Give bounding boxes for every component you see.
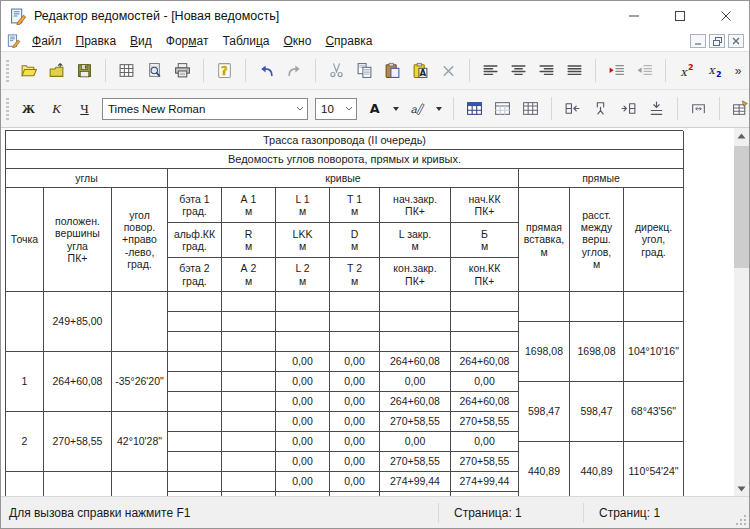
folder-arrow-icon[interactable] — [43, 58, 70, 84]
chevron-down-icon[interactable] — [341, 106, 356, 111]
curve-value-cell[interactable]: 0,00 — [380, 432, 451, 452]
curve-value-cell[interactable] — [276, 292, 330, 312]
vertex-cell[interactable]: 249+85,00 — [44, 292, 112, 352]
mdi-close-icon[interactable] — [728, 34, 744, 48]
curve-value-cell[interactable] — [168, 432, 222, 452]
curve-value-cell[interactable] — [222, 392, 276, 412]
menu-item-4[interactable]: Формат — [159, 33, 216, 49]
copy-icon[interactable] — [351, 58, 378, 84]
menu-item-7[interactable]: Справка — [318, 33, 379, 49]
curve-value-cell[interactable] — [168, 332, 222, 352]
vertical-scrollbar[interactable] — [734, 128, 749, 496]
scrollbar-track[interactable] — [734, 143, 749, 481]
add-table-row-icon[interactable] — [727, 96, 750, 122]
curve-value-cell[interactable]: 270+58,55 — [380, 412, 451, 432]
column-header-cell[interactable]: T 2 м — [330, 258, 380, 292]
column-header-cell[interactable]: L 1 м — [276, 188, 330, 223]
menu-item-6[interactable]: Окно — [277, 33, 319, 49]
curve-value-cell[interactable] — [276, 312, 330, 332]
turn-angle-cell[interactable] — [112, 292, 168, 352]
align-left-icon[interactable] — [477, 58, 504, 84]
column-header-cell[interactable]: L закр. м — [380, 223, 451, 258]
menu-item-1[interactable]: Файл — [25, 33, 69, 49]
table-grid-icon[interactable] — [113, 58, 140, 84]
turn-angle-cell[interactable] — [112, 472, 168, 496]
straight-value-cell[interactable] — [624, 292, 684, 322]
mdi-minimize-icon[interactable] — [690, 34, 706, 48]
insert-table-icon[interactable] — [461, 96, 488, 122]
column-header-cell[interactable]: дирекц. угол, град. — [624, 188, 684, 292]
curve-value-cell[interactable]: 0,00 — [330, 372, 380, 392]
merge-cells-icon[interactable] — [559, 96, 586, 122]
straight-value-cell[interactable]: 598,47 — [570, 382, 624, 442]
resize-grip[interactable] — [735, 514, 747, 526]
column-header-cell[interactable]: альф.КК град. — [168, 223, 222, 258]
point-cell[interactable] — [6, 292, 44, 352]
curve-value-cell[interactable] — [222, 472, 276, 492]
curve-value-cell[interactable]: 0,00 — [276, 432, 330, 452]
curve-value-cell[interactable] — [451, 292, 519, 312]
curve-value-cell[interactable]: 0,00 — [276, 452, 330, 472]
curve-value-cell[interactable] — [222, 372, 276, 392]
title-cell[interactable]: Трасса газопровода (II очередь) — [6, 131, 684, 150]
curve-value-cell[interactable]: 264+60,08 — [380, 352, 451, 372]
curve-value-cell[interactable]: 270+58,55 — [380, 452, 451, 472]
straight-value-cell[interactable]: 440,89 — [519, 442, 570, 496]
curve-value-cell[interactable] — [222, 312, 276, 332]
curve-value-cell[interactable]: 0,00 — [380, 372, 451, 392]
straight-value-cell[interactable]: 68°43'56" — [624, 382, 684, 442]
chevron-down-icon[interactable] — [389, 96, 403, 122]
cut-icon[interactable] — [323, 58, 350, 84]
curve-value-cell[interactable] — [222, 432, 276, 452]
group-header-cell[interactable]: прямые — [519, 169, 684, 188]
font-name-combo[interactable]: Times New Roman — [102, 98, 308, 120]
subscript-icon[interactable]: x2 — [701, 58, 728, 84]
merge-cells-right-icon[interactable] — [615, 96, 642, 122]
straight-value-cell[interactable]: 598,47 — [519, 382, 570, 442]
column-width-icon[interactable] — [685, 96, 712, 122]
curve-value-cell[interactable] — [168, 472, 222, 492]
minimize-icon[interactable] — [611, 1, 657, 31]
column-header-cell[interactable]: положен. вершины угла ПК+ — [44, 188, 112, 292]
bold-button[interactable]: Ж — [15, 96, 42, 122]
curve-value-cell[interactable]: 0,00 — [276, 392, 330, 412]
chevron-down-icon[interactable] — [432, 96, 446, 122]
curve-value-cell[interactable]: 0,00 — [330, 472, 380, 492]
curve-value-cell[interactable]: 0,00 — [276, 352, 330, 372]
straight-value-cell[interactable]: 1698,08 — [570, 322, 624, 382]
menu-item-2[interactable]: Правка — [69, 33, 124, 49]
straight-value-cell[interactable]: 440,89 — [570, 442, 624, 496]
curve-value-cell[interactable] — [168, 312, 222, 332]
curve-value-cell[interactable]: 264+60,08 — [451, 352, 519, 372]
straight-value-cell[interactable]: 110°54'24" — [624, 442, 684, 496]
more-buttons-icon[interactable]: » — [729, 58, 747, 84]
straight-value-cell[interactable]: 104°10'16" — [624, 322, 684, 382]
straight-value-cell[interactable]: 1698,08 — [519, 322, 570, 382]
curve-value-cell[interactable] — [222, 352, 276, 372]
title-cell[interactable]: Ведомость углов поворота, прямых и кривы… — [6, 150, 684, 169]
curve-value-cell[interactable] — [380, 312, 451, 332]
indent-icon[interactable] — [603, 58, 630, 84]
curve-value-cell[interactable] — [168, 412, 222, 432]
font-color-icon[interactable]: A — [361, 96, 388, 122]
vertex-cell[interactable]: 264+60,08 — [44, 352, 112, 412]
menu-item-3[interactable]: Вид — [123, 33, 159, 49]
curve-value-cell[interactable]: 0,00 — [276, 472, 330, 492]
curve-value-cell[interactable] — [222, 412, 276, 432]
curve-value-cell[interactable]: 264+60,08 — [380, 392, 451, 412]
mdi-restore-icon[interactable] — [709, 34, 725, 48]
curve-value-cell[interactable] — [330, 292, 380, 312]
curve-value-cell[interactable] — [330, 312, 380, 332]
column-header-cell[interactable]: угол повор. +право -лево, град. — [112, 188, 168, 292]
curve-value-cell[interactable]: 274+99,44 — [451, 472, 519, 492]
point-cell[interactable]: 2 — [6, 412, 44, 472]
curve-value-cell[interactable]: 0,00 — [451, 372, 519, 392]
toolbar-grip[interactable] — [6, 60, 9, 82]
turn-angle-cell[interactable]: -35°26'20" — [112, 352, 168, 412]
column-header-cell[interactable]: кон.закр. ПК+ — [380, 258, 451, 292]
table-borders-icon[interactable] — [517, 96, 544, 122]
point-cell[interactable] — [6, 472, 44, 496]
column-header-cell[interactable]: нач.КК ПК+ — [451, 188, 519, 223]
curve-value-cell[interactable] — [330, 332, 380, 352]
curve-value-cell[interactable]: 0,00 — [330, 452, 380, 472]
